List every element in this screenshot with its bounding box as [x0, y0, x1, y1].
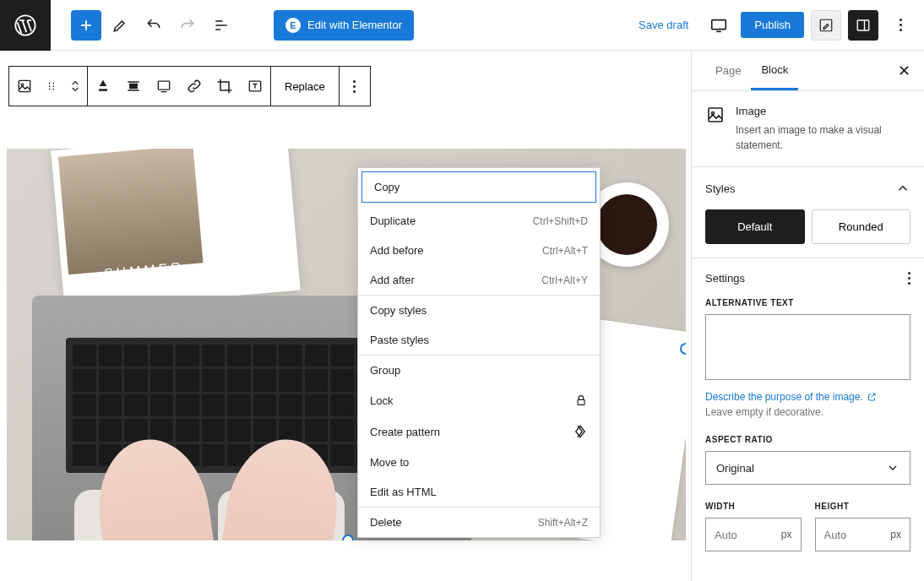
context-menu-item[interactable]: Copy styles: [358, 296, 600, 325]
block-description: Insert an image to make a visual stateme…: [736, 122, 910, 153]
elementor-icon: E: [285, 18, 301, 33]
lock-icon: [574, 394, 588, 407]
context-menu-item[interactable]: Create pattern: [358, 415, 600, 448]
width-unit: px: [773, 529, 801, 540]
svg-point-7: [52, 83, 54, 84]
context-menu-item[interactable]: Lock: [358, 385, 600, 415]
settings-more-icon[interactable]: [908, 272, 910, 285]
describe-purpose-link[interactable]: Describe the purpose of the image.: [705, 391, 877, 403]
block-more-options-button[interactable]: [340, 67, 370, 106]
image-icon: [705, 105, 726, 153]
editor-canvas: Replace SUMMER: [0, 51, 691, 581]
svg-rect-1: [712, 19, 726, 29]
replace-button[interactable]: Replace: [271, 67, 339, 106]
resize-handle[interactable]: [680, 343, 686, 355]
drag-handle-button[interactable]: [40, 67, 63, 106]
aspect-ratio-label: ASPECT RATIO: [705, 435, 910, 444]
add-block-button[interactable]: [71, 10, 101, 41]
more-options-button[interactable]: [885, 10, 916, 41]
text-overlay-button[interactable]: [240, 67, 270, 106]
external-link-icon: [867, 392, 877, 402]
context-menu-item[interactable]: Copy: [361, 171, 596, 203]
block-toolbar: Replace: [8, 66, 371, 106]
elementor-label: Edit with Elementor: [307, 19, 402, 31]
context-menu-item[interactable]: Group: [358, 356, 600, 385]
chevron-up-icon: [895, 181, 910, 196]
svg-rect-4: [19, 80, 30, 91]
svg-point-11: [52, 89, 54, 90]
block-context-menu: CopyDuplicateCtrl+Shift+DAdd beforeCtrl+…: [357, 167, 601, 538]
context-menu-item[interactable]: Add afterCtrl+Alt+Y: [358, 265, 600, 295]
context-menu-item[interactable]: Edit as HTML: [358, 477, 600, 507]
aspect-ratio-select[interactable]: Original: [705, 451, 910, 485]
context-menu-item[interactable]: Paste styles: [358, 325, 600, 355]
height-input[interactable]: [816, 529, 883, 541]
crop-button[interactable]: [209, 67, 240, 106]
svg-rect-12: [130, 84, 137, 89]
context-menu-item[interactable]: DuplicateCtrl+Shift+D: [358, 206, 600, 236]
settings-panel-header: Settings: [705, 272, 745, 285]
alt-text-hint: Leave empty if decorative.: [705, 406, 910, 418]
move-up-down-button[interactable]: [63, 67, 87, 106]
svg-rect-13: [158, 81, 169, 90]
svg-point-9: [52, 85, 54, 87]
link-button[interactable]: [179, 67, 209, 106]
settings-pencil-button[interactable]: [811, 10, 841, 41]
caption-button[interactable]: [149, 67, 179, 106]
close-sidebar-button[interactable]: ✕: [898, 62, 910, 80]
width-label: WIDTH: [705, 502, 802, 511]
kebab-icon: [900, 19, 902, 31]
tab-block[interactable]: Block: [751, 52, 798, 90]
context-menu-item[interactable]: DeleteShift+Alt+Z: [358, 508, 600, 537]
diamond-icon: [573, 424, 588, 439]
image-magazine-prop: SUMMER: [51, 149, 300, 311]
edit-with-elementor-button[interactable]: E Edit with Elementor: [274, 10, 414, 41]
height-unit: px: [882, 529, 910, 540]
alt-text-label: ALTERNATIVE TEXT: [705, 298, 910, 307]
publish-button[interactable]: Publish: [741, 12, 804, 38]
styles-panel-header[interactable]: Styles: [705, 181, 910, 196]
undo-button[interactable]: [139, 10, 169, 41]
kebab-icon: [353, 80, 356, 93]
svg-point-8: [49, 85, 51, 87]
svg-point-6: [49, 83, 51, 84]
document-outline-button[interactable]: [206, 10, 236, 41]
context-menu-item[interactable]: Add beforeCtrl+Alt+T: [358, 236, 600, 265]
context-menu-item[interactable]: Move to: [358, 448, 600, 477]
block-type-button[interactable]: [9, 67, 40, 106]
svg-rect-3: [857, 20, 869, 30]
edit-button[interactable]: [105, 10, 135, 41]
align-center-button[interactable]: [118, 67, 149, 106]
svg-rect-15: [578, 399, 584, 405]
tab-page[interactable]: Page: [705, 52, 751, 89]
redo-button[interactable]: [172, 10, 203, 41]
block-title: Image: [736, 105, 910, 117]
wordpress-logo[interactable]: [0, 0, 51, 51]
style-rounded-button[interactable]: Rounded: [812, 209, 911, 244]
svg-point-10: [49, 89, 51, 90]
style-default-button[interactable]: Default: [705, 209, 805, 244]
align-button[interactable]: [88, 67, 118, 106]
alt-text-input[interactable]: [705, 314, 910, 380]
sidebar-toggle-button[interactable]: [848, 10, 878, 41]
height-label: HEIGHT: [815, 502, 911, 511]
width-input[interactable]: [706, 529, 773, 541]
chevron-down-icon: [886, 461, 900, 475]
settings-sidebar: Page Block ✕ Image Insert an image to ma…: [691, 51, 924, 581]
resize-handle[interactable]: [342, 535, 354, 540]
save-draft-button[interactable]: Save draft: [630, 14, 697, 36]
preview-button[interactable]: [704, 10, 734, 41]
svg-rect-16: [709, 108, 722, 122]
top-toolbar: E Edit with Elementor Save draft Publish: [0, 0, 924, 51]
